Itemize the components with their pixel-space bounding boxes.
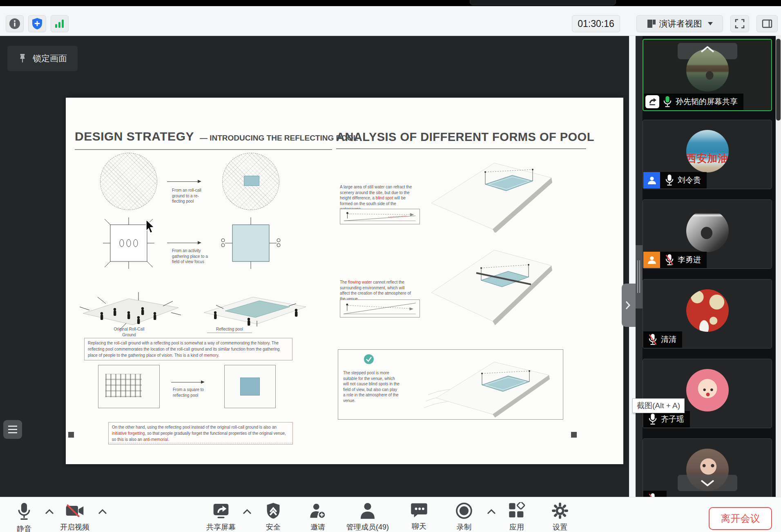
lock-view-label: 锁定画面 [33, 53, 67, 64]
list-icon [7, 425, 18, 434]
pool-mark [244, 176, 259, 186]
slide-right-title: ANALYSIS OF DIFFERENT FORMS OF POOL [336, 130, 594, 144]
invite-button[interactable]: 邀请 [289, 502, 346, 532]
leave-meeting-button[interactable]: 离开会议 [709, 507, 772, 530]
lock-view-button[interactable]: 锁定画面 [7, 46, 78, 71]
participant-tile[interactable]: 西安加油 刘令贵 [643, 120, 772, 189]
para2-text-a: On the other hand, using the reflecting … [112, 425, 277, 429]
analysis-text-3: The stepped pool is more suitable for th… [343, 370, 400, 403]
drag-line [639, 260, 640, 293]
participant-tile[interactable] [643, 438, 772, 497]
participant-namebar: 齐子瑶 [643, 411, 690, 427]
pool-plan-mark [240, 378, 260, 396]
arrow-3 [171, 382, 204, 382]
participant-tile[interactable]: 齐子瑶 [643, 359, 772, 428]
manage-members-label: 管理成员(49) [339, 522, 396, 532]
annotation-menu-button[interactable] [3, 420, 22, 439]
para2-text-c: . [168, 437, 169, 442]
dashed-rule [108, 443, 293, 443]
panel-collapse-handle[interactable] [622, 284, 636, 327]
memory-paragraph: Replacing the roll-call ground with a re… [84, 338, 292, 360]
text2-a: The [340, 280, 348, 284]
view-focus-square-diagram [220, 212, 281, 274]
network-signal-icon [54, 19, 65, 29]
tooltip-text: 截图(Alt + A) [637, 400, 680, 411]
camera-off-icon [65, 502, 85, 519]
text2-keyword: flowing water [348, 280, 372, 284]
share-screen-button[interactable]: 共享屏幕 [192, 502, 250, 532]
panel-scrollbar-thumb[interactable] [776, 39, 781, 121]
rollcall-ground-3d [77, 277, 183, 331]
pool-plan-box [224, 365, 276, 408]
meeting-info-button[interactable] [6, 15, 24, 32]
para2-keyword-2: anti-memorial [143, 437, 168, 442]
manage-members-button[interactable]: 管理成员(49) [339, 502, 396, 532]
fullscreen-button[interactable] [730, 15, 749, 32]
mic-muted-icon [648, 493, 657, 497]
avatar-text: 西安加油 [686, 152, 729, 165]
record-button[interactable]: 录制 [435, 502, 493, 532]
square-plan-box [98, 365, 160, 408]
mute-button[interactable]: 静音 [0, 502, 53, 532]
slide-handle-right [571, 432, 577, 438]
drag-line [637, 260, 638, 293]
participant-namebar: 刘令贵 [643, 172, 707, 188]
participant-tile[interactable]: 清清 [643, 279, 772, 349]
settings-gear-icon [551, 502, 569, 519]
stepped-pool-panel: The stepped pool is more suitable for th… [338, 349, 563, 420]
top-toolbar: 01:30:16 演讲者视图 [0, 6, 781, 36]
apps-grid-icon [508, 502, 525, 519]
share-banner-label: 正在共享屏幕 [526, 0, 568, 1]
mic-muted-icon [648, 333, 657, 346]
anti-memorial-paragraph: On the other hand, using the reflecting … [108, 422, 293, 445]
share-screen-icon [212, 502, 230, 519]
side-panel-toggle-button[interactable] [756, 15, 778, 32]
text1-keyword: blind spot [376, 196, 393, 200]
mic-on-icon [665, 174, 674, 186]
participant-name: 齐子瑶 [661, 414, 684, 425]
avatar [686, 49, 729, 92]
start-video-button[interactable]: 开启视频 [46, 502, 103, 532]
participant-tile[interactable]: 李勇进 [643, 199, 772, 269]
arrow-2 [167, 243, 201, 243]
invite-label: 邀请 [289, 522, 346, 532]
caption-pool: Reflecting pool [207, 326, 252, 333]
mic-icon [17, 502, 31, 521]
section-diagram-2 [340, 300, 420, 317]
meeting-timer: 01:30:16 [572, 15, 620, 32]
pin-icon [18, 53, 27, 64]
memory-keyword: memory. [204, 353, 219, 358]
network-quality-button[interactable] [51, 15, 69, 32]
participant-tile-sharer[interactable]: 孙先韬的屏幕共享 [643, 39, 772, 111]
side-panel-icon [762, 19, 772, 28]
view-mode-label: 演讲者视图 [659, 18, 702, 29]
avatar [686, 210, 729, 252]
chevron-right-icon [625, 301, 630, 310]
mic-muted-icon [665, 254, 674, 266]
mute-label: 静音 [0, 524, 53, 532]
security-status-button[interactable] [28, 15, 46, 32]
pool-3d-flowing [424, 239, 555, 325]
fullscreen-icon [734, 18, 745, 29]
security-shield-icon [266, 502, 281, 519]
settings-button[interactable]: 设置 [531, 502, 589, 532]
section-diagram-1 [340, 209, 420, 224]
chevron-down-icon[interactable] [701, 480, 714, 486]
chevron-up-icon[interactable] [701, 46, 714, 53]
screen-share-icon [645, 95, 659, 108]
arrow-1 [167, 181, 201, 182]
bottom-toolbar: 静音 开启视频 共享屏幕 [0, 497, 781, 532]
panel-drag-strip[interactable] [636, 36, 643, 497]
meeting-app-window: 正在共享屏幕 01:30:16 [0, 0, 781, 532]
mic-on-icon [663, 96, 672, 108]
participant-name: 刘令贵 [678, 175, 701, 186]
screen-share-banner[interactable]: 正在共享屏幕 [470, 0, 616, 5]
site-plan-circle-2 [222, 153, 279, 210]
members-icon [359, 502, 376, 519]
top-strip: 正在共享屏幕 [0, 0, 781, 6]
settings-label: 设置 [531, 522, 589, 532]
panel-gutter [629, 36, 636, 497]
view-mode-button[interactable]: 演讲者视图 [636, 15, 723, 32]
video-options-chevron[interactable] [98, 509, 107, 514]
shield-plus-icon [31, 18, 43, 30]
